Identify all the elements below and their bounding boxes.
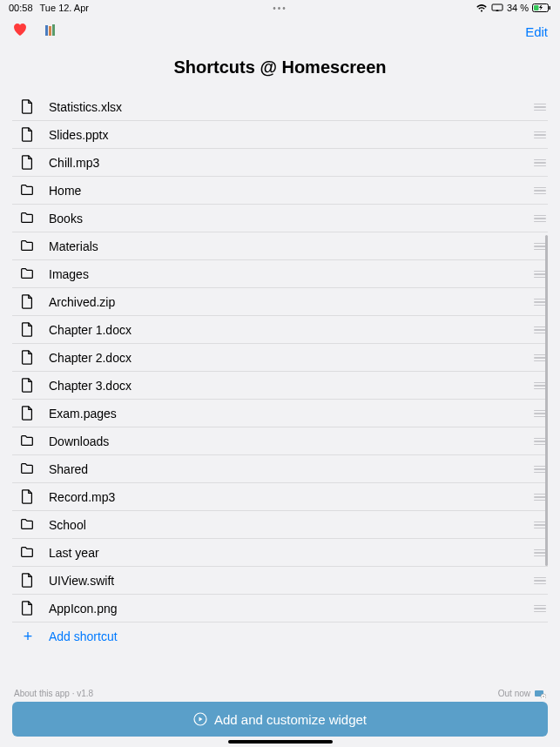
list-item-label: School xyxy=(49,518,532,532)
drag-handle-icon[interactable] xyxy=(532,159,548,167)
file-icon xyxy=(19,126,37,144)
folder-icon xyxy=(19,266,37,283)
add-shortcut-label: Add shortcut xyxy=(49,629,118,643)
list-item[interactable]: Books xyxy=(0,205,560,232)
list-item-label: AppIcon.png xyxy=(49,602,532,616)
list-item[interactable]: Downloads xyxy=(0,427,560,455)
status-bar: 00:58 Tue 12. Apr ••• 34 % xyxy=(0,0,560,16)
folder-icon xyxy=(19,516,37,534)
list-item-label: Books xyxy=(49,212,532,225)
edit-button[interactable]: Edit xyxy=(525,24,548,39)
list-item-label: Images xyxy=(49,267,532,281)
list-item-label: Slides.pptx xyxy=(49,128,532,142)
drag-handle-icon[interactable] xyxy=(532,104,548,111)
folder-icon xyxy=(19,210,37,227)
books-icon[interactable] xyxy=(44,24,57,40)
file-icon xyxy=(19,321,37,339)
list-item[interactable]: Images xyxy=(0,260,560,288)
list-item[interactable]: Shared xyxy=(0,455,560,483)
folder-icon xyxy=(19,461,37,478)
list-item[interactable]: Materials xyxy=(0,232,560,260)
status-date: Tue 12. Apr xyxy=(40,3,89,13)
list-item[interactable]: Statistics.xlsx xyxy=(0,93,560,121)
list-item-label: Home xyxy=(49,184,532,198)
file-icon xyxy=(19,349,37,367)
list-item-label: Chapter 3.docx xyxy=(49,379,532,393)
list-item-label: UIView.swift xyxy=(49,574,532,588)
file-icon xyxy=(19,405,37,422)
list-item[interactable]: Home xyxy=(0,177,560,205)
list-item-label: Archived.zip xyxy=(49,295,532,309)
list-item[interactable]: UIView.swift xyxy=(0,567,560,595)
list-item[interactable]: Last year xyxy=(0,539,560,567)
file-icon xyxy=(19,377,37,394)
airplay-icon xyxy=(491,3,503,12)
status-time: 00:58 xyxy=(9,3,33,13)
file-icon xyxy=(19,600,37,617)
file-icon xyxy=(19,572,37,589)
list-item[interactable]: Chapter 3.docx xyxy=(0,372,560,400)
list-item[interactable]: Record.mp3 xyxy=(0,483,560,511)
list-item-label: Materials xyxy=(49,239,532,253)
battery-percent: 34 % xyxy=(507,3,529,13)
drag-handle-icon[interactable] xyxy=(532,605,548,613)
out-now-badge-icon xyxy=(534,690,546,698)
list-item[interactable]: Chapter 1.docx xyxy=(0,316,560,344)
list-item[interactable]: Chill.mp3 xyxy=(0,149,560,177)
out-now-link[interactable]: Out now xyxy=(498,689,546,698)
drag-handle-icon[interactable] xyxy=(532,187,548,195)
list-item-label: Shared xyxy=(49,462,532,476)
scroll-indicator[interactable] xyxy=(545,235,548,566)
drag-handle-icon[interactable] xyxy=(532,215,548,223)
list-item[interactable]: School xyxy=(0,511,560,539)
list-item[interactable]: Chapter 2.docx xyxy=(0,344,560,372)
play-circle-icon xyxy=(193,712,207,726)
drag-handle-icon[interactable] xyxy=(532,577,548,585)
list-item[interactable]: Exam.pages xyxy=(0,400,560,427)
multitask-dots-icon[interactable]: ••• xyxy=(273,3,287,13)
drag-handle-icon[interactable] xyxy=(532,131,548,139)
folder-icon xyxy=(19,238,37,255)
list-item[interactable]: Archived.zip xyxy=(0,288,560,316)
list-item-label: Chapter 1.docx xyxy=(49,323,532,337)
list-item-label: Chapter 2.docx xyxy=(49,351,532,365)
list-item-label: Exam.pages xyxy=(49,407,532,421)
folder-icon xyxy=(19,182,37,199)
heart-icon[interactable] xyxy=(12,23,28,41)
home-indicator[interactable] xyxy=(228,740,333,744)
page-title: Shortcuts @ Homescreen xyxy=(0,47,560,93)
list-item-label: Record.mp3 xyxy=(49,490,532,504)
svg-rect-0 xyxy=(492,4,503,10)
folder-icon xyxy=(19,433,37,450)
list-item-label: Last year xyxy=(49,546,532,560)
list-item-label: Chill.mp3 xyxy=(49,156,532,170)
list-item[interactable]: AppIcon.png xyxy=(0,595,560,622)
add-widget-button[interactable]: Add and customize widget xyxy=(12,702,548,737)
svg-rect-2 xyxy=(534,5,539,10)
file-icon xyxy=(19,293,37,311)
footer: About this app · v1.8 Out now Add and cu… xyxy=(0,685,560,747)
list-item-label: Downloads xyxy=(49,434,532,448)
wifi-icon xyxy=(476,3,488,12)
file-icon xyxy=(19,154,37,172)
svg-rect-4 xyxy=(45,25,48,36)
file-icon xyxy=(19,488,37,506)
folder-icon xyxy=(19,544,37,562)
svg-rect-5 xyxy=(49,26,51,36)
nav-bar: Edit xyxy=(0,16,560,47)
shortcuts-list: Statistics.xlsxSlides.pptxChill.mp3HomeB… xyxy=(0,93,560,694)
battery-icon xyxy=(532,3,551,12)
add-shortcut-button[interactable]: +Add shortcut xyxy=(0,622,560,650)
about-app-link[interactable]: About this app · v1.8 xyxy=(14,689,93,698)
list-item-label: Statistics.xlsx xyxy=(49,100,532,114)
plus-icon: + xyxy=(19,628,37,645)
svg-rect-3 xyxy=(550,6,551,10)
file-icon xyxy=(19,98,37,116)
list-item[interactable]: Slides.pptx xyxy=(0,121,560,149)
svg-rect-6 xyxy=(52,24,55,36)
